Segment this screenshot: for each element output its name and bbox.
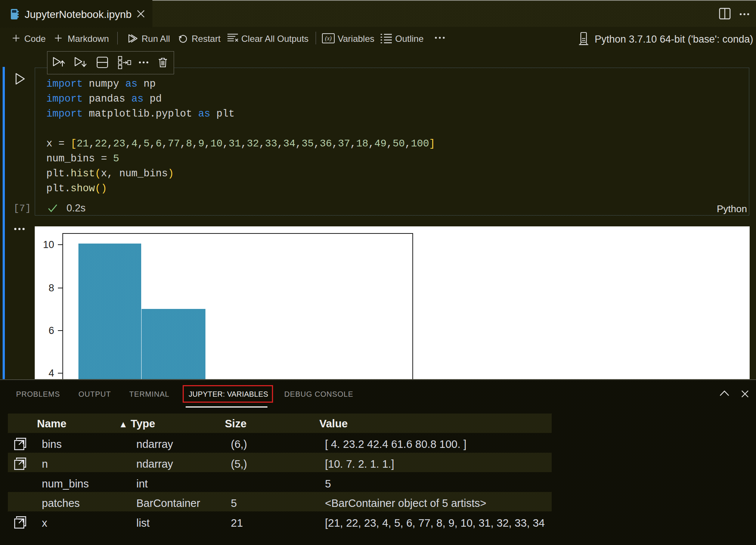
svg-text:(x): (x)	[325, 35, 332, 42]
